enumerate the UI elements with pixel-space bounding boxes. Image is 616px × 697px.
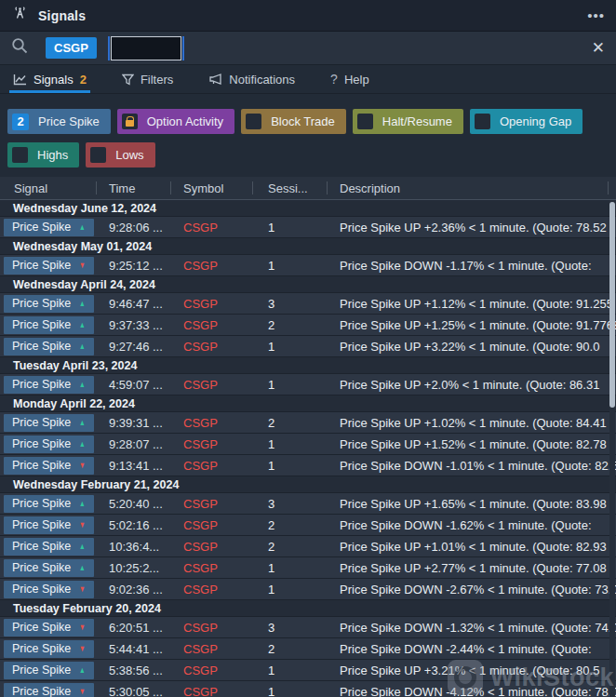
signal-type-badge[interactable]: Price Spike▲: [4, 219, 94, 236]
cell-session: 2: [253, 318, 328, 332]
search-input-wrap: [108, 36, 184, 60]
table-row[interactable]: Price Spike▼9:25:12 ...CSGP1Price Spike …: [0, 255, 616, 276]
signal-type-badge[interactable]: Price Spike▲: [4, 436, 94, 453]
signal-type-badge[interactable]: Price Spike▼: [4, 619, 94, 637]
filter-block-trade[interactable]: Block Trade: [241, 109, 346, 134]
overflow-menu-icon[interactable]: •••: [587, 11, 605, 20]
signal-type-badge[interactable]: Price Spike▲: [4, 495, 94, 513]
arrow-down-icon: ▼: [79, 261, 86, 270]
filter-label: Block Trade: [271, 114, 335, 128]
cell-description: Price Spike UP +1.02% < 1 minute. (Quote…: [328, 416, 616, 430]
table-row[interactable]: Price Spike▲9:28:06 ...CSGP1Price Spike …: [0, 217, 616, 238]
cell-symbol: CSGP: [171, 621, 253, 635]
cell-description: Price Spike UP +1.65% < 1 minute. (Quote…: [328, 497, 616, 511]
filter-label: Opening Gap: [500, 114, 571, 128]
column-header-signal[interactable]: Signal: [0, 177, 97, 199]
funnel-icon: [122, 74, 134, 86]
cell-description: Price Spike UP +3.22% < 1 minute. (Quote…: [328, 340, 616, 354]
signal-label: Price Spike: [12, 685, 71, 697]
filter-opening-gap[interactable]: Opening Gap: [470, 109, 583, 134]
signal-list: Wednesday June 12, 2024Price Spike▲9:28:…: [0, 200, 616, 697]
signal-type-badge[interactable]: Price Spike▼: [4, 457, 94, 475]
selection-bar-left: [108, 36, 110, 60]
table-row[interactable]: Price Spike▲10:25:2...CSGP1Price Spike U…: [0, 557, 616, 579]
date-group-header: Tuesday April 23, 2024: [0, 357, 616, 374]
signal-type-badge[interactable]: Price Spike▲: [4, 538, 94, 556]
table-row[interactable]: Price Spike▲10:36:4...CSGP2Price Spike U…: [0, 536, 616, 557]
cell-description: Price Spike DOWN -1.17% < 1 minute. (Quo…: [328, 259, 616, 273]
signal-type-badge[interactable]: Price Spike▲: [4, 376, 94, 394]
scrollbar-track[interactable]: [609, 200, 615, 697]
cell-session: 2: [253, 518, 328, 532]
filter-halt-resume[interactable]: Halt/Resume: [353, 109, 463, 134]
column-header-time[interactable]: Time: [97, 177, 171, 199]
close-icon[interactable]: ✕: [592, 38, 605, 58]
arrow-down-icon: ▼: [79, 688, 86, 696]
filter-highs[interactable]: Highs: [7, 142, 79, 168]
signal-type-badge[interactable]: Price Spike▼: [4, 683, 94, 697]
column-header-symbol[interactable]: Symbol: [171, 177, 253, 199]
signal-type-badge[interactable]: Price Spike▲: [4, 316, 94, 334]
table-row[interactable]: Price Spike▼5:30:05 ...CSGP1Price Spike …: [0, 681, 616, 697]
signal-type-badge[interactable]: Price Spike▲: [4, 338, 94, 355]
checkbox-icon[interactable]: [246, 114, 261, 129]
cell-session: 1: [253, 437, 328, 451]
table-row[interactable]: Price Spike▼5:44:41 ...CSGP2Price Spike …: [0, 638, 616, 660]
cell-symbol: CSGP: [171, 642, 253, 656]
cell-symbol: CSGP: [171, 437, 253, 451]
table-row[interactable]: Price Spike▲9:28:07 ...CSGP1Price Spike …: [0, 434, 616, 455]
signal-type-badge[interactable]: Price Spike▼: [4, 640, 94, 658]
cell-description: Price Spike DOWN -1.01% < 1 minute. (Quo…: [328, 459, 616, 473]
table-row[interactable]: Price Spike▼9:13:41 ...CSGP1Price Spike …: [0, 455, 616, 476]
checkbox-icon[interactable]: [357, 114, 373, 129]
table-row[interactable]: Price Spike▲5:20:40 ...CSGP3Price Spike …: [0, 493, 616, 515]
signal-label: Price Spike: [12, 642, 71, 655]
signal-label: Price Spike: [12, 340, 71, 353]
chart-icon: [13, 74, 27, 86]
cell-symbol: CSGP: [171, 561, 253, 575]
filter-lows[interactable]: Lows: [86, 142, 154, 168]
arrow-down-icon: ▼: [79, 521, 86, 529]
table-row[interactable]: Price Spike▲9:37:33 ...CSGP2Price Spike …: [0, 315, 616, 336]
tab-help[interactable]: ? Help: [327, 65, 373, 93]
table-row[interactable]: Price Spike▼9:02:36 ...CSGP1Price Spike …: [0, 579, 616, 600]
tab-signals[interactable]: Signals 2: [9, 65, 90, 93]
cell-symbol: CSGP: [171, 221, 253, 235]
table-row[interactable]: Price Spike▲5:38:56 ...CSGP1Price Spike …: [0, 660, 616, 681]
tab-label: Filters: [141, 73, 173, 87]
selection-bar-right: [182, 36, 184, 60]
column-header-description[interactable]: Description: [328, 177, 616, 199]
table-row[interactable]: Price Spike▼6:20:51 ...CSGP3Price Spike …: [0, 617, 616, 638]
table-row[interactable]: Price Spike▲9:39:31 ...CSGP2Price Spike …: [0, 412, 616, 434]
cell-description: Price Spike DOWN -2.67% < 1 minute. (Quo…: [328, 583, 616, 596]
signal-type-badge[interactable]: Price Spike▲: [4, 414, 94, 432]
scrollbar-thumb[interactable]: [609, 202, 615, 408]
column-header-session[interactable]: Sessi...: [253, 177, 328, 199]
cell-symbol: CSGP: [171, 340, 253, 354]
arrow-down-icon: ▼: [79, 462, 86, 470]
signal-type-badge[interactable]: Price Spike▼: [4, 257, 94, 275]
symbol-chip[interactable]: CSGP: [46, 37, 97, 59]
cell-time: 5:44:41 ...: [97, 642, 171, 656]
tab-filters[interactable]: Filters: [118, 65, 177, 93]
checkbox-icon[interactable]: [475, 114, 490, 129]
checkbox-icon[interactable]: [90, 147, 106, 163]
signal-type-badge[interactable]: Price Spike▼: [4, 516, 94, 534]
signal-label: Price Spike: [12, 518, 71, 531]
cell-session: 3: [253, 621, 328, 635]
signal-type-badge[interactable]: Price Spike▼: [4, 581, 94, 598]
tab-notifications[interactable]: Notifications: [205, 65, 299, 93]
filter-option-activity[interactable]: Option Activity: [117, 109, 234, 134]
signal-type-badge[interactable]: Price Spike▲: [4, 295, 94, 313]
checkbox-icon[interactable]: [12, 147, 28, 163]
table-row[interactable]: Price Spike▼5:02:16 ...CSGP2Price Spike …: [0, 515, 616, 536]
table-row[interactable]: Price Spike▲9:27:46 ...CSGP1Price Spike …: [0, 336, 616, 357]
table-row[interactable]: Price Spike▲4:59:07 ...CSGP1Price Spike …: [0, 374, 616, 395]
signal-type-badge[interactable]: Price Spike▲: [4, 559, 94, 577]
signal-label: Price Spike: [12, 663, 71, 677]
signal-label: Price Spike: [12, 221, 71, 234]
signal-type-badge[interactable]: Price Spike▲: [4, 662, 94, 679]
table-row[interactable]: Price Spike▲9:46:47 ...CSGP3Price Spike …: [0, 293, 616, 315]
search-input[interactable]: [111, 36, 181, 60]
filter-price-spike[interactable]: 2 Price Spike: [7, 109, 111, 134]
